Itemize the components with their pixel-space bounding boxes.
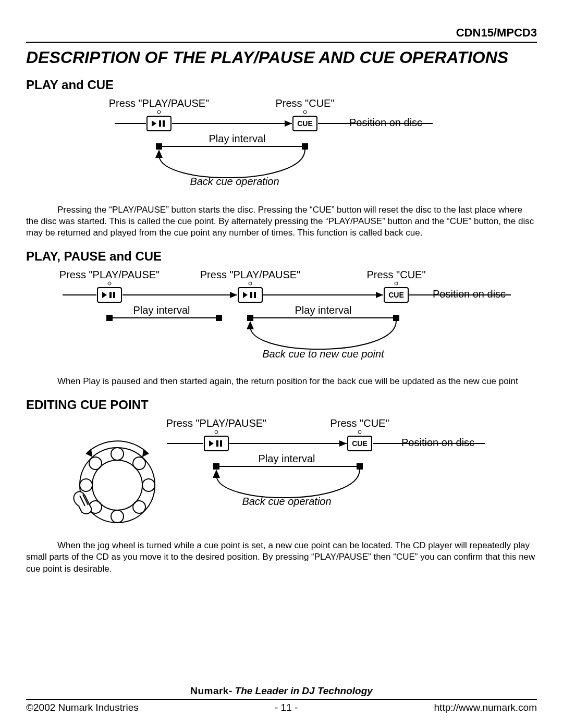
paragraph-play-cue: Pressing the “PLAY/PAUSE” button starts …: [26, 204, 537, 239]
svg-marker-15: [155, 150, 163, 158]
svg-point-0: [157, 110, 161, 114]
svg-rect-39: [247, 315, 253, 321]
label-press-cue: Press "CUE": [275, 97, 334, 109]
svg-marker-23: [376, 292, 383, 298]
svg-point-1: [303, 110, 307, 114]
svg-rect-64: [216, 440, 218, 447]
label-play-interval-2: Play interval: [295, 304, 352, 316]
button-play-pause-2: [238, 288, 262, 302]
svg-rect-27: [109, 292, 112, 298]
svg-text:CUE: CUE: [297, 119, 313, 128]
svg-point-56: [215, 430, 218, 434]
label-back-cue: Back cue operation: [190, 176, 279, 187]
label-press-play: Press "PLAY/PAUSE": [109, 97, 209, 109]
svg-rect-69: [213, 463, 219, 470]
footer-page-number: - 11 -: [275, 702, 298, 713]
label-play-interval: Play interval: [259, 453, 315, 464]
section-heading-editing-cue: EDITING CUE POINT: [26, 398, 537, 412]
label-press-cue: Press "CUE": [366, 269, 425, 280]
section-heading-play-cue: PLAY and CUE: [26, 78, 537, 92]
page-title: DESCRIPTION OF THE PLAY/PAUSE AND CUE OP…: [26, 48, 537, 67]
button-cue: CUE: [384, 288, 408, 302]
svg-rect-8: [159, 120, 161, 127]
button-play-pause: [204, 436, 228, 451]
svg-point-50: [80, 479, 92, 491]
svg-point-44: [111, 448, 124, 460]
footer-brand: Numark: [190, 685, 229, 696]
label-back-cue: Back cue to new cue point: [262, 348, 385, 360]
svg-rect-28: [113, 292, 115, 298]
page: CDN15/MPCD3 DESCRIPTION OF THE PLAY/PAUS…: [0, 0, 563, 728]
diagram-play-pause-cue: Press "PLAY/PAUSE" Press "PLAY/PAUSE" Pr…: [42, 269, 521, 365]
svg-point-57: [358, 430, 361, 434]
svg-point-48: [111, 510, 124, 523]
svg-text:CUE: CUE: [388, 291, 404, 299]
svg-marker-41: [247, 321, 254, 329]
footer-tagline-text: - The Leader in DJ Technology: [229, 685, 373, 696]
svg-point-47: [133, 501, 145, 513]
header-rule: [26, 42, 537, 43]
svg-marker-4: [285, 120, 292, 127]
svg-point-18: [395, 282, 398, 285]
svg-point-16: [108, 282, 111, 285]
label-position: Position on disc: [433, 288, 506, 300]
svg-marker-21: [230, 292, 237, 298]
button-cue: CUE: [348, 436, 372, 451]
label-press-play-2: Press "PLAY/PAUSE": [200, 269, 300, 280]
jog-wheel-icon: [74, 441, 155, 523]
section-heading-play-pause-cue: PLAY, PAUSE and CUE: [26, 249, 537, 264]
label-press-play-1: Press "PLAY/PAUSE": [59, 269, 160, 280]
footer-copyright: ©2002 Numark Industries: [26, 702, 139, 713]
svg-marker-60: [339, 440, 347, 447]
label-play-interval-1: Play interval: [133, 304, 190, 316]
diagram-editing-cue: Press "PLAY/PAUSE" Press "CUE" Position …: [68, 417, 495, 529]
button-cue: CUE: [293, 116, 317, 131]
svg-rect-40: [393, 315, 399, 321]
paragraph-editing-cue: When the jog wheel is turned while a cue…: [26, 540, 537, 574]
footer: Numark- The Leader in DJ Technology ©200…: [26, 685, 537, 713]
svg-point-51: [89, 457, 102, 470]
svg-point-17: [249, 282, 252, 285]
header-model: CDN15/MPCD3: [26, 26, 537, 40]
svg-rect-36: [106, 315, 113, 321]
label-play-interval: Play interval: [209, 133, 266, 144]
button-play-pause-1: [97, 288, 121, 302]
svg-text:CUE: CUE: [352, 439, 368, 448]
paragraph-play-pause-cue: When Play is paused and then started aga…: [26, 376, 537, 387]
svg-point-45: [133, 457, 145, 470]
diagram-play-cue: Press "PLAY/PAUSE" Press "CUE" Position …: [99, 97, 464, 194]
svg-point-46: [142, 479, 155, 491]
svg-rect-37: [216, 315, 222, 321]
svg-marker-71: [213, 470, 220, 478]
footer-tagline: Numark- The Leader in DJ Technology: [26, 685, 537, 700]
label-position: Position on disc: [401, 437, 474, 448]
svg-rect-13: [156, 143, 162, 150]
svg-rect-70: [357, 463, 363, 470]
svg-rect-31: [250, 292, 252, 298]
svg-rect-65: [220, 440, 222, 447]
footer-url: http://www.numark.com: [434, 702, 537, 713]
svg-rect-32: [254, 292, 256, 298]
label-press-cue: Press "CUE": [330, 417, 389, 429]
svg-rect-14: [302, 143, 308, 150]
svg-rect-9: [163, 120, 165, 127]
label-press-play: Press "PLAY/PAUSE": [166, 417, 266, 429]
button-play-pause: [147, 116, 171, 131]
label-back-cue: Back cue operation: [242, 496, 331, 507]
label-position: Position on disc: [349, 117, 422, 128]
